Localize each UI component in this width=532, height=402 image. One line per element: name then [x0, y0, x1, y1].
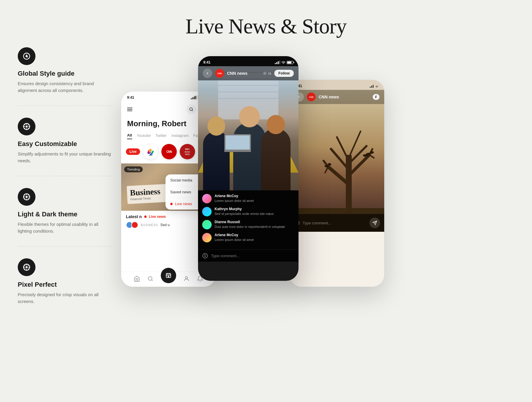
svg-point-29	[204, 255, 205, 255]
p3-top-bar: CNN CNN news F	[290, 90, 384, 104]
svg-point-7	[26, 267, 27, 268]
p2-comments: Arlene McCoy Lorem ipsum dolor sit amet …	[198, 190, 299, 249]
p1-avatar-stack	[126, 221, 138, 228]
p1-latest-category: BUSINESS	[141, 223, 158, 227]
p2-comment-content-3: Dianne Russell Duis aute irure dolor in …	[215, 220, 285, 229]
feature-icon-2	[18, 118, 35, 135]
p3-status-bar: 9:41	[290, 80, 384, 90]
p1-tab-instagram[interactable]: Instagram	[171, 133, 189, 139]
p1-cnbc-logo[interactable]: cnbc	[143, 144, 158, 159]
p1-dropdown-live-label: Live news	[175, 202, 192, 206]
p3-send-button[interactable]	[369, 218, 380, 228]
hamburger-icon[interactable]	[127, 108, 132, 111]
feature-desc-2: Simplify adjustments to fit your unique …	[18, 151, 112, 164]
p3-channel-name: CNN news	[319, 95, 370, 99]
p1-fab-button[interactable]	[161, 268, 176, 283]
p1-nav-search-icon[interactable]	[147, 275, 154, 282]
feature-icon-4	[18, 258, 35, 276]
p2-person3	[261, 128, 291, 190]
svg-text:NEWS: NEWS	[185, 153, 190, 155]
p1-live-badge[interactable]: Live	[126, 148, 140, 155]
p1-tab-youtube[interactable]: Youtube	[137, 133, 151, 139]
p2-emoji-icon[interactable]	[202, 253, 208, 259]
p3-follow-button-partial[interactable]: F	[373, 94, 379, 100]
svg-point-1	[26, 56, 27, 57]
features-panel: Global Style guide Ensures design consis…	[18, 47, 112, 328]
p2-live-image: CNN CNN news 1k Follow	[198, 66, 299, 190]
p2-comment-name-1: Arlene McCoy	[215, 194, 254, 198]
feature-title-1: Global Style guide	[18, 70, 112, 77]
p3-wifi-icon	[375, 84, 379, 88]
p1-nav-user-icon[interactable]	[183, 275, 190, 282]
p1-bbc-logo[interactable]: BBC WORLD NEWS	[180, 144, 195, 159]
p3-tree	[322, 102, 375, 214]
p1-latest-text: Sed u	[160, 223, 170, 227]
svg-point-30	[206, 255, 206, 255]
p2-comment-3: Dianne Russell Duis aute irure dolor in …	[202, 220, 294, 229]
p1-time: 9:41	[127, 95, 134, 100]
p2-battery	[287, 61, 293, 64]
p2-back-button[interactable]	[203, 69, 212, 78]
p2-input-bar: Type comment...	[198, 249, 299, 262]
p2-time: 9:41	[203, 60, 210, 64]
p2-count-number: 1k	[268, 72, 271, 75]
p2-comment-name-3: Dianne Russell	[215, 220, 285, 224]
feature-desc-4: Precisely designed for crisp visuals on …	[18, 291, 112, 305]
p2-comment-text-1: Lorem ipsum dolor sit amet	[215, 199, 254, 203]
svg-point-44	[363, 154, 367, 157]
svg-line-33	[349, 155, 369, 176]
p1-live-dot	[144, 215, 147, 218]
svg-point-17	[150, 152, 152, 153]
p2-comment-4: Arlene McCoy Lorem ipsum dolor sit amet	[202, 233, 294, 242]
p2-top-bar: CNN CNN news 1k Follow	[198, 66, 299, 80]
p3-signal	[370, 84, 374, 88]
p2-status-icons	[275, 61, 293, 64]
feature-title-4: Pixel Perfect	[18, 281, 112, 288]
feature-title-2: Easy Customizable	[18, 140, 112, 148]
p2-comment-text-2: Sed ut perspiciatis unde omnis iste natu…	[215, 212, 274, 216]
feature-desc-1: Ensures design consistency and brand ali…	[18, 80, 112, 94]
p2-wifi-icon	[281, 61, 286, 64]
p1-search-button[interactable]	[186, 104, 196, 114]
p1-live-news-label: Live news	[149, 215, 166, 219]
svg-point-28	[203, 253, 208, 258]
p1-signal	[191, 96, 196, 99]
feature-light-dark: Light & Dark theme Flexible themes for o…	[18, 188, 112, 247]
feature-pixel-perfect: Pixel Perfect Precisely designed for cri…	[18, 258, 112, 317]
p1-dropdown-live-dot	[170, 203, 173, 205]
p2-comment-2: Kathryn Murphy Sed ut perspiciatis unde …	[202, 207, 294, 216]
p2-view-count: 1k	[263, 72, 271, 75]
svg-point-25	[168, 276, 169, 277]
p2-signal	[275, 61, 280, 64]
svg-point-8	[190, 108, 192, 111]
svg-point-5	[26, 196, 27, 198]
svg-line-32	[328, 167, 349, 184]
feature-icon-3	[18, 188, 35, 206]
feature-easy-customizable: Easy Customizable Simplify adjustments t…	[18, 118, 112, 176]
p1-nav-home-icon[interactable]	[134, 275, 140, 282]
svg-point-27	[265, 73, 265, 74]
p1-latest-label: Latest n	[126, 214, 142, 219]
phone-2: 9:41	[198, 56, 299, 281]
phones-container: 9:41 📶	[112, 38, 514, 393]
svg-point-3	[26, 126, 27, 127]
p2-comment-name-2: Kathryn Murphy	[215, 207, 274, 211]
p3-live-image: CNN CNN news F Type comment...	[290, 90, 384, 232]
p2-avatar-3	[202, 220, 212, 229]
page-title: Live News & Story	[0, 0, 532, 39]
feature-global-style: Global Style guide Ensures design consis…	[18, 47, 112, 106]
svg-text:BBC: BBC	[185, 148, 189, 150]
p2-comment-text-4: Lorem ipsum dolor sit amet	[215, 238, 254, 242]
p1-tab-all[interactable]: All	[127, 133, 132, 139]
p1-tab-twitter[interactable]: Twitter	[155, 133, 167, 139]
p1-cnn-logo[interactable]: CNN	[161, 144, 177, 159]
p2-follow-button[interactable]: Follow	[274, 70, 294, 77]
p2-avatar-1	[202, 194, 212, 203]
p2-comment-1: Arlene McCoy Lorem ipsum dolor sit amet	[202, 194, 294, 203]
p2-avatar-4	[202, 233, 212, 242]
p3-comment-input[interactable]: Type comment...	[303, 221, 366, 225]
svg-point-26	[185, 277, 187, 279]
p2-comment-content-2: Kathryn Murphy Sed ut perspiciatis unde …	[215, 207, 274, 216]
p2-comment-input[interactable]: Type comment...	[211, 254, 294, 258]
p2-comment-text-3: Duis aute irure dolor in reprehenderit i…	[215, 225, 285, 229]
